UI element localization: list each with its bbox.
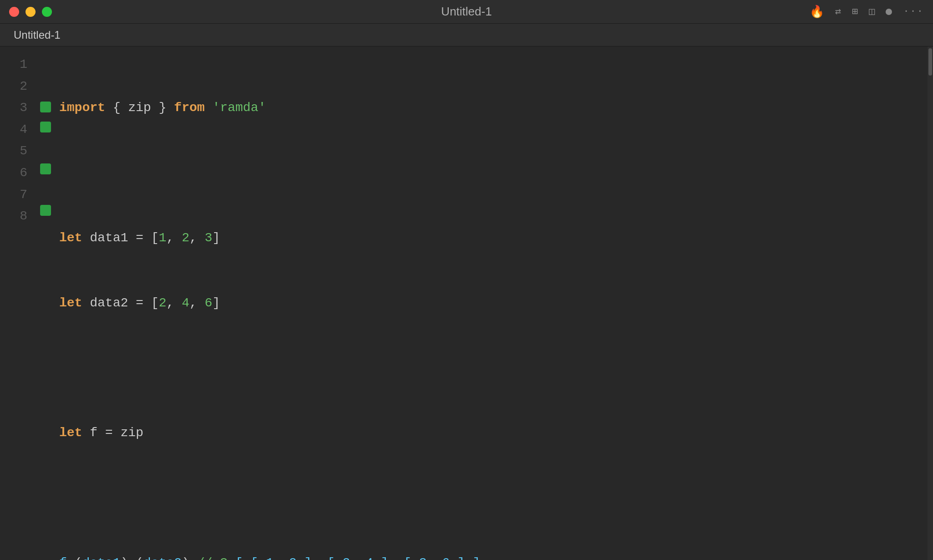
gutter	[36, 46, 55, 560]
line-number-1: 1	[0, 54, 36, 76]
minimize-button[interactable]	[26, 7, 36, 17]
scrollbar-track[interactable]	[928, 46, 933, 560]
flame-icon[interactable]: 🔥	[810, 5, 824, 19]
titlebar-center: Untitled-1	[441, 5, 492, 19]
code-line-8: f (data1) (data2) // ? [ [ 1, 2 ], [ 2, …	[59, 552, 933, 560]
line-number-7: 7	[0, 184, 36, 206]
titlebar: Untitled-1 🔥 ⇄ ⊞ ◫ ···	[0, 0, 933, 24]
gutter-1	[36, 54, 55, 76]
line-number-5: 5	[0, 140, 36, 162]
code-line-1: import { zip } from 'ramda'	[59, 97, 933, 119]
line-number-3: 3	[0, 97, 36, 119]
maximize-button[interactable]	[42, 7, 52, 17]
code-line-5	[59, 357, 933, 379]
tabbar: Untitled-1	[0, 24, 933, 46]
traffic-lights	[9, 7, 52, 17]
titlebar-actions: 🔥 ⇄ ⊞ ◫ ···	[810, 5, 924, 19]
line-numbers: 1 2 3 4 5 6 7 8	[0, 46, 36, 560]
more-button[interactable]: ···	[903, 6, 924, 17]
broadcast-icon[interactable]: ⇄	[835, 5, 841, 18]
status-dot	[886, 9, 892, 15]
gutter-2	[36, 76, 55, 97]
grid-icon[interactable]: ⊞	[852, 5, 858, 18]
window-title: Untitled-1	[441, 5, 492, 18]
line-number-6: 6	[0, 162, 36, 184]
breakpoint-8[interactable]	[40, 205, 51, 216]
scrollbar-thumb[interactable]	[928, 48, 932, 76]
breakpoint-6[interactable]	[40, 163, 51, 174]
code-line-3: let data1 = [1, 2, 3]	[59, 227, 933, 249]
tab-untitled-1[interactable]: Untitled-1	[14, 29, 61, 41]
editor: 1 2 3 4 5 6 7 8 import { zip } from 'ram…	[0, 46, 933, 560]
breakpoint-3[interactable]	[40, 102, 51, 112]
breakpoint-4[interactable]	[40, 122, 51, 132]
code-editor[interactable]: import { zip } from 'ramda' let data1 = …	[55, 46, 933, 560]
code-line-2	[59, 162, 933, 184]
gutter-5	[36, 137, 55, 159]
line-number-8: 8	[0, 205, 36, 227]
code-line-4: let data2 = [2, 4, 6]	[59, 292, 933, 314]
code-line-7	[59, 487, 933, 509]
gutter-7	[36, 179, 55, 201]
split-icon[interactable]: ◫	[869, 5, 875, 18]
close-button[interactable]	[9, 7, 19, 17]
code-line-6: let f = zip	[59, 422, 933, 444]
line-number-2: 2	[0, 76, 36, 97]
line-number-4: 4	[0, 119, 36, 141]
